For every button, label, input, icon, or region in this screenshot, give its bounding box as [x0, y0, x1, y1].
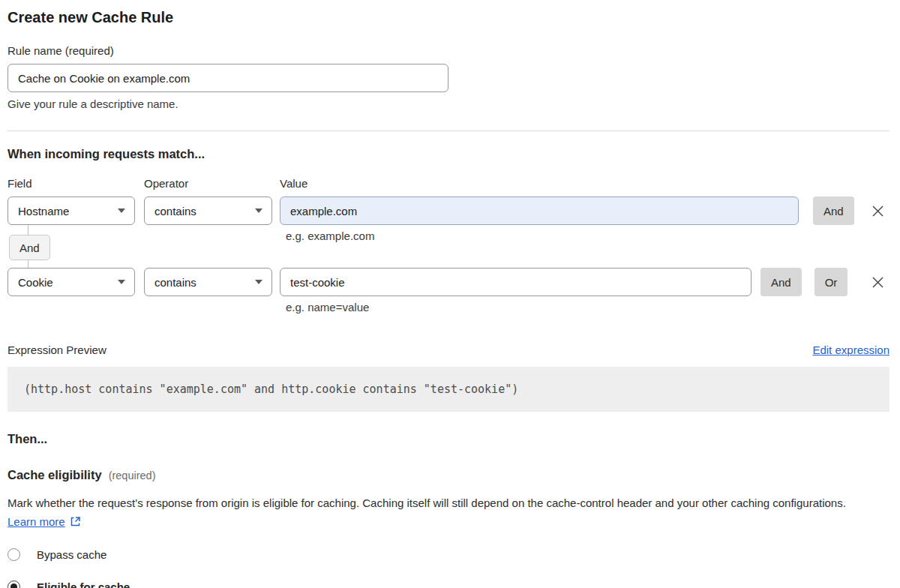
condition-connector: And	[8, 225, 890, 268]
radio-circle-icon	[8, 548, 20, 561]
expression-preview-label: Expression Preview	[8, 344, 106, 357]
connector-line	[28, 260, 28, 268]
create-cache-rule-page: Create new Cache Rule Rule name (require…	[0, 0, 900, 588]
cache-eligibility-description: Mark whether the request’s response from…	[8, 494, 874, 532]
radio-circle-icon	[8, 580, 20, 588]
radio-eligible-for-cache-label: Eligible for cache	[37, 580, 130, 588]
section-divider	[8, 130, 890, 131]
connector-and-button[interactable]: And	[9, 235, 50, 260]
edit-expression-link[interactable]: Edit expression	[812, 344, 890, 356]
and-button-row-2[interactable]: And	[760, 268, 802, 296]
builder-column-labels: Field Operator Value	[8, 177, 890, 190]
remove-condition-button-2[interactable]	[871, 275, 885, 290]
field-select-1[interactable]: Hostname	[8, 196, 135, 225]
chevron-down-icon	[118, 208, 125, 213]
learn-more-link[interactable]: Learn more	[8, 515, 65, 528]
field-select-1-value: Hostname	[18, 205, 69, 218]
expression-code-text: (http.host contains "example.com" and ht…	[24, 382, 518, 396]
rule-name-input[interactable]	[8, 64, 448, 92]
chevron-down-icon	[118, 280, 125, 284]
cache-eligibility-heading-row: Cache eligibility (required)	[8, 467, 890, 483]
value-input-2[interactable]	[280, 268, 752, 296]
chevron-down-icon	[255, 208, 262, 213]
operator-select-1-value: contains	[154, 205, 196, 218]
field-column-label: Field	[8, 177, 144, 190]
condition-row-2: Cookie contains And Or e.g. name=value	[8, 268, 890, 296]
expression-header: Expression Preview Edit expression	[8, 344, 890, 357]
connector-line	[28, 225, 28, 235]
close-icon	[871, 275, 885, 290]
value-input-1[interactable]	[280, 196, 799, 225]
operator-select-1[interactable]: contains	[144, 196, 272, 225]
page-title: Create new Cache Rule	[8, 8, 890, 27]
cache-eligibility-heading: Cache eligibility	[8, 467, 102, 483]
operator-select-2-value: contains	[154, 276, 196, 289]
match-heading: When incoming requests match...	[8, 146, 890, 162]
radio-bypass-cache-label: Bypass cache	[37, 548, 106, 561]
value-column-label: Value	[280, 177, 308, 190]
field-select-2[interactable]: Cookie	[8, 268, 135, 296]
field-select-2-value: Cookie	[18, 276, 53, 289]
external-link-icon	[70, 514, 81, 532]
chevron-down-icon	[255, 280, 262, 284]
radio-eligible-for-cache[interactable]: Eligible for cache	[8, 580, 890, 588]
remove-condition-button-1[interactable]	[871, 204, 885, 218]
rule-name-label: Rule name (required)	[8, 44, 890, 58]
close-icon	[871, 204, 885, 218]
required-tag: (required)	[109, 470, 156, 482]
or-button-row-2[interactable]: Or	[814, 268, 848, 296]
expression-preview-code: (http.host contains "example.com" and ht…	[8, 367, 890, 412]
radio-bypass-cache[interactable]: Bypass cache	[8, 548, 890, 561]
and-button-row-1[interactable]: And	[813, 196, 854, 225]
then-heading: Then...	[8, 431, 890, 447]
operator-select-2[interactable]: contains	[144, 268, 272, 296]
operator-column-label: Operator	[144, 177, 280, 190]
condition-row-1: Hostname contains And e.g. example.com	[8, 196, 890, 225]
value-hint-2: e.g. name=value	[286, 301, 369, 314]
description-text: Mark whether the request’s response from…	[8, 496, 846, 509]
rule-name-helper: Give your rule a descriptive name.	[8, 98, 890, 111]
